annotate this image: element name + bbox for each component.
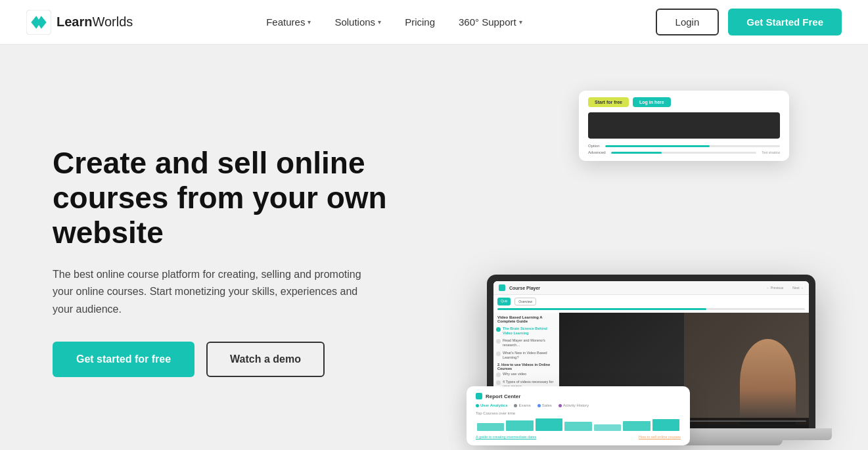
- cp-progress-row: [493, 307, 809, 313]
- rc-bar-5: [594, 424, 621, 431]
- nav-link-solutions[interactable]: Solutions ▾: [334, 16, 381, 28]
- rc-tab-dot-analytics: [476, 404, 479, 407]
- cp-sidebar-icon-4: [496, 372, 501, 377]
- hero-subtitle: The best online course platform for crea…: [53, 266, 368, 318]
- floating-label-1: Option: [588, 144, 600, 148]
- rc-tab-dot-sales: [537, 404, 541, 407]
- hero-cta-primary-button[interactable]: Get started for free: [53, 342, 194, 377]
- nav-link-features[interactable]: Features ▾: [266, 16, 311, 28]
- rc-bar-1: [477, 423, 504, 431]
- get-started-nav-button[interactable]: Get Started Free: [728, 9, 842, 35]
- cp-sidebar-item-1[interactable]: The Brain Science Behind Video Learning: [496, 326, 556, 336]
- floating-slider-2: [611, 152, 757, 154]
- navbar: LearnWorlds Features ▾ Solutions ▾ Prici…: [0, 0, 868, 45]
- rc-links: A guide to creating intermediate dates H…: [476, 435, 681, 439]
- rc-tab-user-analytics[interactable]: User Analytics: [476, 403, 507, 407]
- cp-section-2: 2. How to use Videos in Online Courses: [496, 363, 556, 371]
- hero-buttons: Get started for free Watch a demo: [53, 342, 407, 377]
- rc-subtitle: Top Courses over time: [476, 411, 681, 415]
- rc-tab-sales[interactable]: Sales: [537, 403, 552, 407]
- hero-illustration: Start for free Log in here Option Advanc…: [434, 71, 815, 450]
- floating-label-2: Advanced: [588, 150, 606, 154]
- cp-header: Course Player ← Previous Next →: [493, 281, 809, 295]
- rc-bar-4: [564, 422, 591, 431]
- cp-sidebar-text-1: The Brain Science Behind Video Learning: [503, 326, 556, 336]
- cp-sidebar-item-4[interactable]: Why use video: [496, 372, 556, 377]
- rc-link-1[interactable]: A guide to creating intermediate dates: [476, 435, 536, 439]
- cp-nav-pills: Quiz Overview: [493, 295, 809, 307]
- cp-sidebar-icon-1: [496, 327, 501, 332]
- nav-item-features[interactable]: Features ▾: [266, 16, 311, 28]
- cp-pill-quiz[interactable]: Quiz: [497, 298, 511, 305]
- cp-pill-overview[interactable]: Overview: [514, 298, 536, 305]
- rc-bar-6: [623, 421, 650, 431]
- cp-progress-fill: [497, 308, 706, 310]
- cp-sidebar-text-4: Why use video: [503, 372, 526, 376]
- cp-sidebar-text-3: What's New in Video Based Learning?: [503, 351, 556, 360]
- chevron-down-icon: ▾: [308, 18, 311, 26]
- floating-slider-1: [605, 145, 780, 147]
- cp-sidebar-text-2: Read Mayer and Moreno's research...: [503, 338, 556, 348]
- floating-dark-bar: [588, 112, 780, 139]
- rc-header: Report Center: [476, 393, 681, 399]
- report-center-card: Report Center User Analytics Exams Sales: [467, 386, 690, 445]
- chevron-down-icon: ▾: [378, 18, 381, 26]
- hero-title: Create and sell online courses from your…: [53, 146, 407, 250]
- floating-start-button[interactable]: Start for free: [588, 97, 629, 107]
- cp-sidebar-item-3[interactable]: What's New in Video Based Learning?: [496, 351, 556, 360]
- cp-sidebar-icon-2: [496, 339, 501, 344]
- cp-sidebar-icon-3: [496, 351, 501, 356]
- rc-link-2[interactable]: How to sell online courses: [639, 435, 681, 439]
- rc-bar-3: [536, 418, 562, 431]
- nav-item-solutions[interactable]: Solutions ▾: [334, 16, 381, 28]
- nav-link-pricing[interactable]: Pricing: [405, 16, 435, 28]
- floating-text-shadow: Text shadow: [762, 150, 780, 154]
- nav-item-pricing[interactable]: Pricing: [405, 16, 435, 28]
- login-button[interactable]: Login: [656, 9, 720, 35]
- hero-section: Create and sell online courses from your…: [0, 45, 868, 450]
- rc-tab-dot-exams: [514, 404, 517, 407]
- rc-tab-dot-activity: [559, 404, 562, 407]
- logo-text: LearnWorlds: [57, 14, 133, 30]
- rc-chart: [476, 418, 681, 431]
- rc-tab-exams[interactable]: Exams: [514, 403, 530, 407]
- logo-icon: [26, 10, 51, 35]
- rc-tabs: User Analytics Exams Sales Activity Hist…: [476, 403, 681, 407]
- cp-sidebar-item-2[interactable]: Read Mayer and Moreno's research...: [496, 338, 556, 348]
- cp-course-title: Video Based Learning A Complete Guide: [496, 315, 556, 323]
- rc-logo-icon: [476, 393, 482, 399]
- cp-progress-bar: [497, 308, 805, 310]
- rc-title: Report Center: [486, 394, 520, 399]
- floating-top-buttons: Start for free Log in here: [588, 97, 780, 107]
- rc-bar-7: [652, 419, 679, 431]
- rc-bar-2: [506, 420, 533, 431]
- hero-content: Create and sell online courses from your…: [53, 146, 407, 377]
- cp-nav-next[interactable]: Next →: [792, 286, 804, 290]
- logo-link[interactable]: LearnWorlds: [26, 10, 133, 35]
- nav-link-support[interactable]: 360° Support ▾: [459, 16, 522, 28]
- video-person: [740, 339, 796, 424]
- hero-cta-secondary-button[interactable]: Watch a demo: [206, 342, 325, 377]
- main-nav: Features ▾ Solutions ▾ Pricing 360° Supp…: [266, 16, 522, 28]
- floating-ui-top: Start for free Log in here Option Advanc…: [579, 91, 789, 161]
- floating-row-2: Advanced Text shadow: [588, 150, 780, 154]
- cp-logo-icon: [499, 284, 505, 291]
- nav-item-support[interactable]: 360° Support ▾: [459, 16, 522, 28]
- cp-header-title: Course Player: [509, 286, 540, 290]
- chevron-down-icon: ▾: [519, 18, 522, 26]
- navbar-actions: Login Get Started Free: [656, 9, 842, 35]
- cp-sidebar-icon-5: [496, 380, 501, 385]
- rc-tab-activity[interactable]: Activity History: [559, 403, 589, 407]
- floating-login-button[interactable]: Log in here: [633, 97, 671, 107]
- cp-nav-prev[interactable]: ← Previous: [766, 286, 783, 290]
